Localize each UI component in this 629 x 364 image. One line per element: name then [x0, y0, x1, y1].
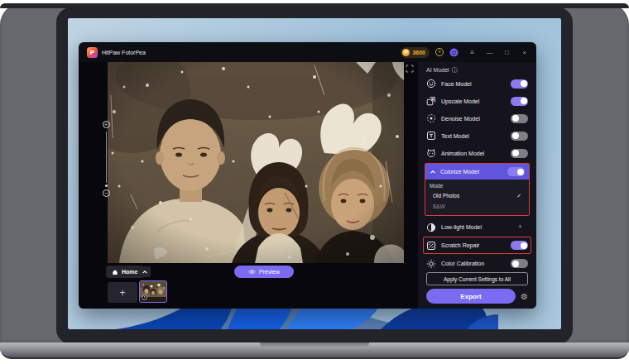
preview-eye-icon [248, 268, 256, 275]
colorize-mode-panel: Mode Old Photos ✓ B&W [425, 180, 529, 215]
color-calibration-toggle[interactable] [511, 259, 528, 268]
laptop-bezel: P HitPaw FotorPea P 3600 + [56, 7, 573, 344]
row-denoise-model: Denoise Model [426, 110, 528, 127]
animation-model-toggle[interactable] [511, 149, 528, 158]
zoom-slider-thumb[interactable] [105, 184, 108, 187]
scratch-repair-section: Scratch Repair [423, 237, 531, 254]
colorize-model-section: Colorize Model Mode Old Photos ✓ [425, 163, 530, 216]
row-animation-model: Animation Model [426, 145, 528, 162]
export-settings-gear-icon[interactable]: ⚙ [521, 292, 528, 301]
face-model-icon [426, 79, 436, 89]
apply-settings-button[interactable]: Apply Current Settings to All [426, 272, 528, 285]
check-icon: ✓ [516, 193, 521, 199]
color-calibration-icon [426, 259, 436, 269]
info-icon[interactable]: ⓘ [452, 66, 458, 74]
text-model-icon [426, 131, 436, 141]
home-button[interactable]: Home [106, 266, 143, 278]
titlebar: P HitPaw FotorPea P 3600 + [79, 42, 536, 62]
home-icon [112, 269, 118, 275]
zoom-in-icon[interactable]: + [103, 121, 110, 128]
preview-label: Preview [259, 269, 280, 275]
mode-label: Mode [430, 181, 525, 190]
coin-count: 3600 [412, 50, 425, 55]
row-text-model: Text Model [426, 127, 528, 145]
row-upscale-model: Upscale Model [426, 93, 528, 110]
old-photo [108, 62, 404, 263]
lowlight-model-icon [426, 223, 436, 232]
face-model-toggle[interactable] [511, 79, 528, 89]
laptop-lid: P HitPaw FotorPea P 3600 + [0, 3, 629, 344]
denoise-model-icon [426, 113, 436, 123]
export-button[interactable]: Export [426, 289, 516, 304]
upscale-model-toggle[interactable] [511, 97, 528, 106]
row-color-calibration: Color Calibration [426, 255, 528, 272]
zoom-slider[interactable]: + − [101, 121, 111, 197]
add-photo-button[interactable]: + [108, 282, 137, 303]
row-face-model: Face Model [426, 75, 528, 93]
photo-canvas: + − Home [79, 62, 418, 309]
zoom-slider-track[interactable] [106, 132, 107, 183]
laptop-mockup: P HitPaw FotorPea P 3600 + [0, 0, 629, 364]
laptop-base-notch [260, 342, 369, 348]
text-model-toggle[interactable] [511, 132, 528, 141]
maximize-icon[interactable]: □ [503, 49, 511, 56]
processing-clock-icon [142, 295, 147, 300]
scratch-repair-toggle[interactable] [511, 241, 528, 250]
app-logo-icon: P [87, 47, 98, 58]
preview-button[interactable]: Preview [234, 266, 294, 278]
lowlight-expand-icon[interactable]: + [518, 223, 522, 231]
app-window: P HitPaw FotorPea P 3600 + [79, 42, 536, 309]
upscale-model-icon [426, 96, 436, 106]
desktop-wallpaper: P HitPaw FotorPea P 3600 + [68, 18, 561, 329]
animation-model-icon [426, 148, 436, 158]
scratch-repair-icon [426, 241, 436, 251]
app-title: HitPaw FotorPea [102, 50, 146, 55]
close-icon[interactable]: × [521, 49, 528, 56]
coin-icon: P [402, 49, 410, 56]
row-scratch-repair: Scratch Repair [426, 237, 528, 253]
compare-icon[interactable] [406, 65, 414, 73]
panel-header: AI Model ⓘ [426, 65, 528, 75]
add-coins-icon[interactable]: + [435, 48, 444, 56]
ai-model-panel: AI Model ⓘ Face Model [418, 62, 536, 309]
colorize-model-header[interactable]: Colorize Model [425, 164, 529, 180]
row-lowlight-model: Low-light Model + [426, 218, 528, 236]
colorize-model-toggle[interactable] [507, 167, 525, 176]
photo-thumbnail[interactable] [139, 280, 167, 303]
panel-title: AI Model [426, 67, 449, 73]
minimize-icon[interactable]: — [486, 49, 493, 56]
home-label: Home [122, 269, 137, 275]
laptop-base [0, 342, 629, 359]
chevron-up-icon [142, 269, 148, 275]
chevron-up-icon [430, 169, 436, 175]
account-icon[interactable] [449, 48, 459, 57]
coins-badge[interactable]: P 3600 [401, 47, 430, 58]
zoom-out-icon[interactable]: − [103, 189, 110, 197]
mode-option-old-photos[interactable]: Old Photos ✓ [430, 190, 525, 201]
menu-icon[interactable]: ≡ [468, 49, 476, 56]
denoise-model-toggle[interactable] [511, 114, 528, 123]
mode-option-bw[interactable]: B&W [430, 201, 525, 212]
collapse-button[interactable] [139, 266, 151, 277]
